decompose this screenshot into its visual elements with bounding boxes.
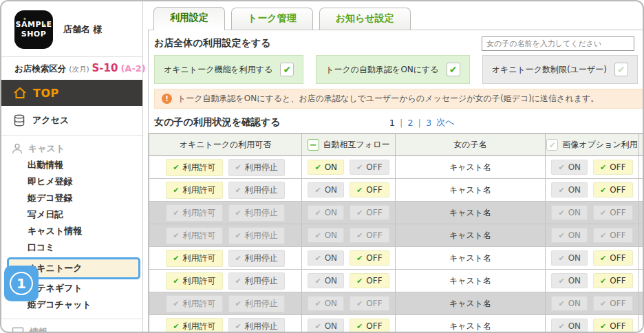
image-option-on-button[interactable]: ✔ON	[551, 160, 588, 175]
check-icon: ✔	[314, 323, 321, 330]
pagination-page-3[interactable]: 3	[426, 118, 431, 128]
check-icon: ✔	[600, 164, 606, 171]
pagination-separator: |	[400, 118, 402, 128]
image-option-off-button[interactable]: ✔OFF	[593, 160, 632, 175]
permission-deny-button[interactable]: ✔利用停止	[228, 272, 285, 290]
checkbox-checked-icon[interactable]: ✔	[447, 63, 460, 76]
sidebar-item-attendance[interactable]: 出勤情報	[1, 157, 142, 173]
sidebar-item-cast-info[interactable]: キャスト情報	[1, 223, 142, 239]
check-icon: ✔	[558, 255, 564, 262]
follow-on-button[interactable]: ✔ON	[308, 319, 344, 333]
permission-allow-button: ✔利用許可	[166, 295, 222, 312]
permission-deny-button[interactable]: ✔利用停止	[228, 250, 285, 267]
image-option-off-button[interactable]: ✔OFF	[593, 319, 632, 333]
permission-allow-button: ✔利用許可	[166, 204, 222, 222]
clipped-cell	[639, 292, 644, 315]
sidebar-item-reviews[interactable]: 口コミ	[1, 239, 142, 256]
image-option-on-button: ✔ON	[551, 296, 588, 311]
toggle-cell: ✔ON✔OFF	[302, 224, 396, 247]
toggle-cell: ✔ON✔OFF	[302, 179, 396, 202]
follow-off-button[interactable]: ✔OFF	[350, 250, 389, 266]
cast-name-search-input[interactable]	[482, 36, 634, 51]
sidebar-group-cast: キャスト	[1, 136, 142, 157]
check-icon: ✔	[173, 232, 179, 239]
shop-search-class-row: お店検索区分 (次月) S-10 (A-2)	[1, 56, 142, 80]
check-icon: ✔	[600, 186, 606, 194]
sidebar-item-sokuhime[interactable]: 即ヒメ登録	[1, 173, 142, 190]
global-settings-row: オキニトーク機能を利用する ✔ トークの自動承認をONにする ✔ オキニトーク数…	[149, 54, 644, 84]
checkbox-checked-icon[interactable]: ✔	[280, 63, 294, 76]
check-icon: ✔	[173, 209, 179, 217]
check-icon: ✔	[558, 186, 564, 194]
follow-on-button[interactable]: ✔ON	[308, 160, 344, 175]
toggle-cell: ✔ON✔OFF	[302, 156, 396, 179]
check-icon: ✔	[235, 209, 242, 217]
permission-deny-button: ✔利用停止	[228, 295, 285, 312]
sidebar-item-himedeco-register[interactable]: 姫デコ登録	[1, 190, 142, 206]
image-option-off-button[interactable]: ✔OFF	[593, 182, 632, 197]
follow-off-button[interactable]: ✔OFF	[350, 160, 389, 175]
pagination: 1 | 2 | 3 次へ	[389, 116, 455, 129]
permission-allow-button[interactable]: ✔利用許可	[166, 182, 222, 199]
admin-window: ✦ ✦ SAMPLE SHOP 店舗名 様 お店検索区分 (次月) S-10 (…	[0, 0, 644, 333]
sidebar-item-photo-diary[interactable]: 写メ日記	[1, 206, 142, 223]
check-icon: ✔	[356, 186, 363, 194]
cast-name: キャスト名	[396, 315, 546, 333]
cast-name: キャスト名	[396, 224, 546, 247]
check-icon: ✔	[314, 164, 321, 171]
sidebar-group-cast-label: キャスト	[28, 142, 65, 155]
toggle-cell: ✔利用許可✔利用停止	[149, 202, 302, 224]
check-icon: ✔	[356, 323, 363, 330]
sparkle-icon: ✦	[23, 17, 27, 23]
image-option-off-button: ✔OFF	[593, 296, 632, 311]
permission-allow-button[interactable]: ✔利用許可	[166, 318, 222, 333]
cast-name: キャスト名	[396, 247, 546, 270]
check-icon: ✔	[600, 300, 606, 308]
sidebar-item-top[interactable]: TOP	[1, 80, 142, 106]
step-1-badge: 1	[4, 266, 39, 301]
image-option-on-button[interactable]: ✔ON	[551, 182, 588, 197]
tab-notification-settings[interactable]: お知らせ設定	[319, 8, 411, 30]
permission-deny-button[interactable]: ✔利用停止	[228, 318, 285, 333]
permission-allow-button[interactable]: ✔利用許可	[166, 159, 222, 176]
table-row: ✔利用許可✔利用停止✔ON✔OFFキャスト名✔ON✔OFF	[149, 247, 644, 270]
search-class-value: S-10	[92, 62, 118, 74]
toggle-talk-limit-label: オキニトーク数制限(ユーザー)	[492, 64, 607, 76]
pagination-next-link[interactable]: 次へ	[436, 116, 454, 129]
follow-on-button: ✔ON	[308, 296, 344, 311]
follow-off-button[interactable]: ✔OFF	[350, 273, 389, 288]
checkbox-unchecked-icon[interactable]: ✔	[614, 63, 628, 76]
permission-allow-button[interactable]: ✔利用許可	[166, 250, 222, 267]
image-option-on-button[interactable]: ✔ON	[551, 273, 588, 288]
select-all-check-icon[interactable]: ✔	[546, 139, 558, 151]
check-icon: ✔	[600, 323, 606, 330]
image-option-on-button[interactable]: ✔ON	[551, 319, 588, 333]
shop-logo-row: ✦ ✦ SAMPLE SHOP 店舗名 様	[1, 1, 142, 56]
image-option-on-button[interactable]: ✔ON	[551, 250, 588, 266]
image-option-off-button[interactable]: ✔OFF	[593, 250, 632, 266]
cast-list-title: 女の子の利用状況を確認する	[154, 116, 281, 129]
follow-on-button[interactable]: ✔ON	[308, 250, 344, 266]
follow-off-button[interactable]: ✔OFF	[350, 182, 389, 197]
follow-on-button[interactable]: ✔ON	[308, 182, 344, 197]
permission-allow-button[interactable]: ✔利用許可	[166, 272, 222, 290]
pagination-page-2[interactable]: 2	[407, 118, 413, 128]
follow-on-button[interactable]: ✔ON	[308, 273, 344, 288]
check-icon: ✔	[600, 255, 606, 262]
collapse-minus-icon[interactable]: −	[308, 139, 319, 151]
tab-usage-settings[interactable]: 利用設定	[153, 7, 225, 30]
toggle-cell: ✔利用許可✔利用停止	[149, 179, 302, 202]
check-icon: ✔	[356, 255, 363, 262]
clipped-cell	[639, 156, 644, 179]
cast-list-section-header: 女の子の利用状況を確認する 1 | 2 | 3 次へ	[149, 109, 644, 133]
tab-talk-management[interactable]: トーク管理	[231, 8, 313, 30]
permission-deny-button[interactable]: ✔利用停止	[228, 182, 285, 199]
toggle-cell: ✔ON✔OFF	[302, 247, 396, 270]
sidebar-item-access[interactable]: アクセス	[1, 106, 142, 136]
check-icon: ✔	[600, 232, 606, 239]
permission-deny-button[interactable]: ✔利用停止	[228, 159, 285, 176]
image-option-off-button[interactable]: ✔OFF	[593, 273, 632, 288]
check-icon: ✔	[356, 209, 363, 217]
follow-off-button[interactable]: ✔OFF	[350, 319, 389, 333]
home-icon	[13, 87, 27, 99]
